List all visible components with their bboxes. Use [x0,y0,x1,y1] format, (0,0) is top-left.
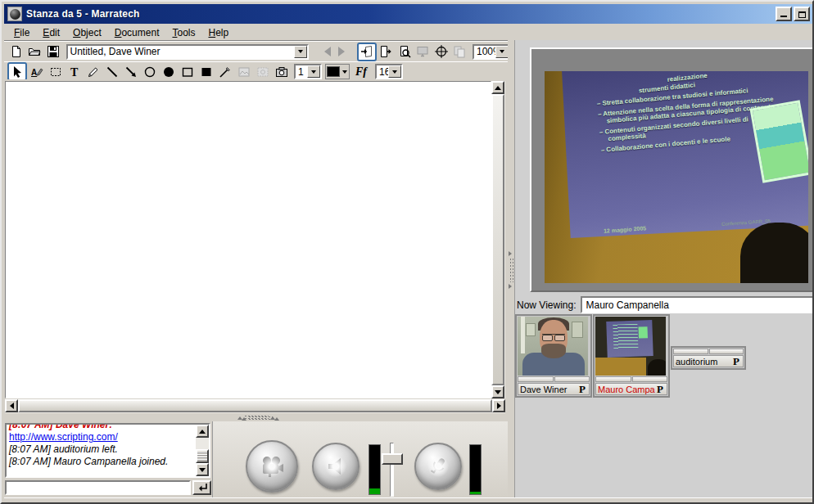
edit-text-tool-button[interactable]: A [28,63,46,80]
place-image-button[interactable] [235,63,253,80]
chevron-down-icon [298,50,303,56]
splitter-handle[interactable] [509,251,514,289]
chat-send-button[interactable] [192,480,211,495]
scroll-up-button[interactable] [491,81,504,94]
arrow-line-tool-icon [124,65,138,79]
next-page-button[interactable] [338,47,350,56]
private-chat-button[interactable]: P [577,383,587,396]
title-bar[interactable]: Stanza da 5 - Marratech [4,4,813,24]
vertical-splitter[interactable] [508,40,514,499]
private-chat-button[interactable]: P [731,355,741,368]
document-selector[interactable]: Untitled, Dave Winer [66,44,310,60]
font-size-dropdown[interactable] [388,65,401,78]
chat-message-link[interactable]: http://www.scripting.com/ [9,431,194,443]
ellipse-tool-button[interactable] [141,63,159,80]
participant-video-thumbnail[interactable] [518,317,588,376]
chat-scrollbar[interactable] [196,425,209,476]
app-window: Stanza da 5 - Marratech File Edit Object… [0,0,814,504]
microphone-icon [427,455,450,478]
previous-page-button[interactable] [319,47,331,56]
video-camera-button[interactable] [246,440,298,493]
zoom-selector[interactable]: 100% [473,44,510,60]
private-chat-button[interactable]: P [655,383,665,396]
pointer-target-button[interactable] [432,43,450,61]
whiteboard-canvas[interactable] [5,81,491,398]
volume-slider-handle[interactable] [382,453,403,465]
open-document-button[interactable] [26,43,44,61]
print-preview-button[interactable] [396,43,414,61]
shared-screen-button[interactable] [414,43,432,61]
participant-dave-winer[interactable]: Dave Winer P [515,314,592,398]
maximize-button[interactable] [794,7,810,21]
new-document-button[interactable] [7,43,25,61]
shared-screen-icon [416,45,429,58]
participant-mauro-campanella[interactable]: Mauro Campa... P [593,314,670,398]
participant-label[interactable]: Mauro Campa... P [595,383,667,395]
telepointer-tool-button[interactable] [216,63,234,80]
main-toolbar: Untitled, Dave Winer 100% [4,42,510,61]
menu-help[interactable]: Help [201,25,235,40]
minimize-button[interactable] [776,7,792,21]
save-document-button[interactable] [44,43,62,61]
marquee-select-tool-button[interactable] [47,63,65,80]
whiteboard-vertical-scrollbar[interactable] [491,81,505,398]
microphone-button[interactable] [414,443,462,490]
horizontal-scroll-thumb[interactable] [18,399,492,412]
participant-auditorium[interactable]: auditorium P [671,346,746,370]
font-size-selector[interactable]: 16 [375,64,403,79]
export-page-button[interactable] [378,43,396,61]
menu-file[interactable]: File [7,25,36,40]
chat-input[interactable] [5,480,191,495]
line-tool-button[interactable] [103,63,121,80]
participant-label[interactable]: auditorium P [673,355,744,367]
menu-tools[interactable]: Tools [165,25,201,40]
zoom-dropdown[interactable] [495,46,509,58]
chat-scroll-thumb[interactable] [196,449,209,463]
arrow-line-tool-button[interactable] [122,63,140,80]
chevron-down-icon [392,70,397,76]
splitter-handle[interactable] [237,414,275,419]
chat-scroll-up-button[interactable] [196,425,209,438]
pointer-tool-button[interactable] [7,62,27,81]
chat-history: [8:07 AM] Dave Winer: http://www.scripti… [5,423,210,478]
triangle-up-icon [270,414,275,420]
scroll-right-button[interactable] [492,399,505,412]
video-camera-icon [258,454,286,479]
place-snapshot-button[interactable] [254,63,272,80]
import-page-button[interactable] [357,43,377,61]
participant-label[interactable]: Dave Winer P [518,383,590,395]
scroll-left-button[interactable] [5,399,18,412]
menu-edit[interactable]: Edit [36,25,66,40]
scroll-down-button[interactable] [491,385,504,398]
participant-video-thumbnail[interactable] [595,317,666,376]
filled-rectangle-tool-button[interactable] [197,63,215,80]
whiteboard-horizontal-scrollbar[interactable] [5,399,505,413]
font-size-value: 16 [377,66,388,78]
chevron-down-icon [342,70,347,76]
color-selector[interactable] [325,64,350,79]
line-width-dropdown[interactable] [307,65,320,78]
camera-snapshot-button[interactable] [273,63,291,80]
copy-pages-button[interactable] [451,43,469,61]
triangle-left-icon [7,403,14,409]
line-width-selector[interactable]: 1 [294,64,322,79]
now-viewing-field[interactable]: Mauro Campanella [581,296,814,313]
svg-text:T: T [70,66,79,79]
rectangle-tool-button[interactable] [179,63,197,80]
text-tool-button[interactable]: T [66,63,84,80]
menu-document[interactable]: Document [108,25,166,40]
speaker-button[interactable] [312,443,360,490]
vertical-scroll-thumb[interactable] [491,94,504,385]
edit-text-icon: A [30,65,43,79]
save-icon [47,45,60,58]
font-button[interactable]: Ff [350,63,372,80]
chat-scroll-down-button[interactable] [196,463,209,476]
pencil-tool-button[interactable] [84,63,102,80]
document-selector-dropdown[interactable] [294,46,307,58]
microphone-level-value [470,492,481,494]
speaker-level-value [369,488,380,494]
background-detail [526,323,536,336]
menu-object[interactable]: Object [66,25,108,40]
volume-slider-track[interactable] [390,443,394,497]
filled-ellipse-tool-button[interactable] [160,63,178,80]
